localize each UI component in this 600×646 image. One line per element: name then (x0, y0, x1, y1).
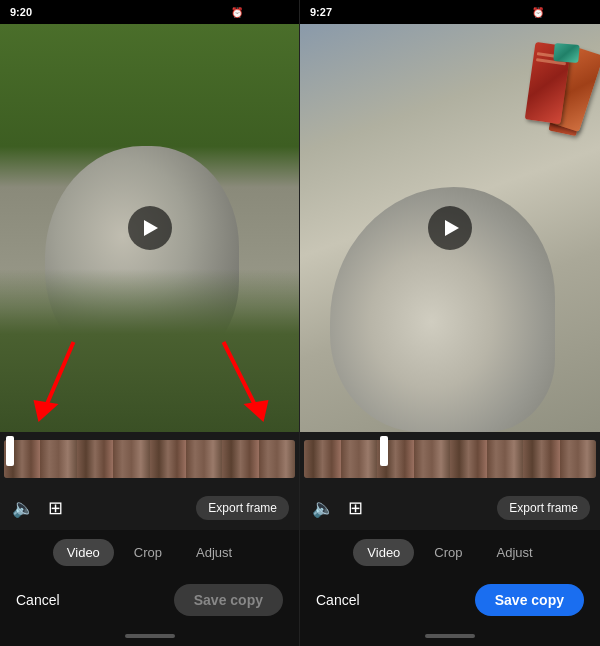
toolbar-icons-right: 🔈 ⊞ (310, 495, 365, 521)
edit-tabs-left: Video Crop Adjust (0, 530, 299, 574)
play-icon-left (144, 220, 158, 236)
export-frame-button-left[interactable]: Export frame (196, 496, 289, 520)
status-bar-left: 9:20 ⏰ ▼ ▲ 45% (0, 0, 299, 24)
timeline-track-right[interactable] (304, 440, 596, 478)
tab-adjust-left[interactable]: Adjust (182, 539, 246, 566)
toolbar-left: 🔈 ⊞ Export frame (0, 486, 299, 530)
thumb-6 (186, 440, 222, 478)
thumb-r5 (450, 440, 487, 478)
home-bar-left (125, 634, 175, 638)
cancel-button-left[interactable]: Cancel (16, 592, 60, 608)
thumb-r1 (304, 440, 341, 478)
signal-icon-right: ▲ (558, 7, 568, 18)
left-phone-panel: 9:20 ⏰ ▼ ▲ 45% (0, 0, 300, 646)
thumb-7 (222, 440, 258, 478)
thumb-r2 (341, 440, 378, 478)
thumb-5 (150, 440, 186, 478)
volume-button-right[interactable]: 🔈 (310, 495, 336, 521)
home-bar-right (425, 634, 475, 638)
thumb-r6 (487, 440, 524, 478)
status-icons-right: ⏰ ▼ ▲ 45% (532, 7, 590, 18)
action-bar-left: Cancel Save copy (0, 574, 299, 626)
alarm-icon-right: ⏰ (532, 7, 544, 18)
books-container (444, 44, 594, 289)
tab-adjust-right[interactable]: Adjust (483, 539, 547, 566)
video-area-right[interactable] (300, 24, 600, 432)
save-copy-button-left[interactable]: Save copy (174, 584, 283, 616)
export-frame-button-right[interactable]: Export frame (497, 496, 590, 520)
cancel-button-right[interactable]: Cancel (316, 592, 360, 608)
thumb-8 (259, 440, 295, 478)
thumb-r7 (523, 440, 560, 478)
play-button-right[interactable] (428, 206, 472, 250)
save-copy-button-right[interactable]: Save copy (475, 584, 584, 616)
alarm-icon-left: ⏰ (231, 7, 243, 18)
volume-button-left[interactable]: 🔈 (10, 495, 36, 521)
tab-crop-left[interactable]: Crop (120, 539, 176, 566)
teal-item (553, 43, 579, 63)
wifi-icon-right: ▼ (546, 7, 556, 18)
play-button-left[interactable] (128, 206, 172, 250)
thumb-r4 (414, 440, 451, 478)
toolbar-icons-left: 🔈 ⊞ (10, 495, 65, 521)
time-left: 9:20 (10, 6, 32, 18)
timeline-bar-right[interactable] (300, 432, 600, 486)
toolbar-right: 🔈 ⊞ Export frame (300, 486, 600, 530)
tab-video-left[interactable]: Video (53, 539, 114, 566)
grass-left (0, 269, 299, 432)
video-area-left[interactable] (0, 24, 299, 432)
time-right: 9:27 (310, 6, 332, 18)
thumb-3 (77, 440, 113, 478)
fullscreen-button-left[interactable]: ⊞ (46, 495, 65, 521)
thumb-4 (113, 440, 149, 478)
right-phone-panel: 9:27 ⏰ ▼ ▲ 45% (300, 0, 600, 646)
home-indicator-right (300, 626, 600, 646)
tab-crop-right[interactable]: Crop (420, 539, 476, 566)
action-bar-right: Cancel Save copy (300, 574, 600, 626)
wifi-icon-left: ▼ (245, 7, 255, 18)
thumb-r8 (560, 440, 597, 478)
status-icons-left: ⏰ ▼ ▲ 45% (231, 7, 289, 18)
fullscreen-button-right[interactable]: ⊞ (346, 495, 365, 521)
home-indicator-left (0, 626, 299, 646)
timeline-bar-left[interactable] (0, 432, 299, 486)
battery-right: 45% (570, 7, 590, 18)
signal-icon-left: ▲ (257, 7, 267, 18)
tab-video-right[interactable]: Video (353, 539, 414, 566)
scrubber-handle-right[interactable] (380, 436, 388, 466)
battery-left: 45% (269, 7, 289, 18)
edit-tabs-right: Video Crop Adjust (300, 530, 600, 574)
scrubber-handle-left[interactable] (6, 436, 14, 466)
play-icon-right (445, 220, 459, 236)
thumb-2 (40, 440, 76, 478)
timeline-track-left[interactable] (4, 440, 295, 478)
status-bar-right: 9:27 ⏰ ▼ ▲ 45% (300, 0, 600, 24)
